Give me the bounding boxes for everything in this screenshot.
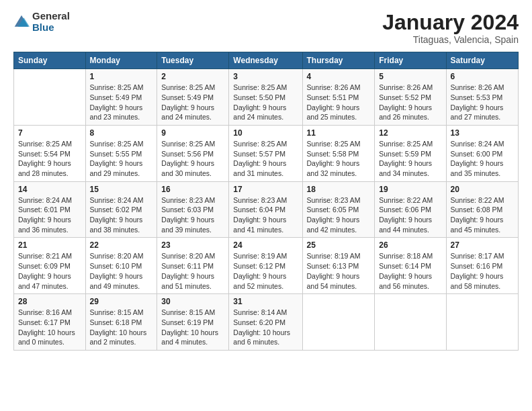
calendar-cell: 28Sunrise: 8:16 AMSunset: 6:17 PMDayligh… [14, 294, 86, 351]
calendar-cell [302, 294, 375, 351]
week-row-2: 7Sunrise: 8:25 AMSunset: 5:54 PMDaylight… [14, 125, 519, 181]
day-number: 2 [161, 72, 224, 81]
cell-text: Sunrise: 8:15 AMSunset: 6:18 PMDaylight:… [90, 308, 153, 347]
day-number: 4 [307, 72, 371, 81]
calendar-cell: 12Sunrise: 8:25 AMSunset: 5:59 PMDayligh… [375, 125, 446, 181]
cell-text: Sunrise: 8:18 AMSunset: 6:14 PMDaylight:… [379, 251, 441, 291]
day-number: 28 [18, 297, 81, 306]
calendar-cell: 22Sunrise: 8:20 AMSunset: 6:10 PMDayligh… [85, 238, 157, 294]
page: General Blue January 2024 Titaguas, Vale… [0, 0, 532, 411]
calendar-cell [446, 294, 518, 351]
cell-text: Sunrise: 8:25 AMSunset: 5:58 PMDaylight:… [307, 139, 371, 179]
calendar-header-row: SundayMondayTuesdayWednesdayThursdayFrid… [14, 52, 519, 69]
cell-text: Sunrise: 8:26 AMSunset: 5:52 PMDaylight:… [379, 83, 441, 122]
cell-text: Sunrise: 8:25 AMSunset: 5:50 PMDaylight:… [233, 83, 298, 122]
day-number: 13 [451, 128, 514, 138]
day-number: 6 [451, 72, 514, 81]
day-number: 25 [307, 240, 371, 250]
cell-text: Sunrise: 8:15 AMSunset: 6:19 PMDaylight:… [161, 308, 224, 347]
week-row-1: 1Sunrise: 8:25 AMSunset: 5:49 PMDaylight… [14, 69, 519, 126]
col-header-thursday: Thursday [302, 52, 375, 69]
day-number: 18 [307, 185, 371, 194]
calendar-cell: 26Sunrise: 8:18 AMSunset: 6:14 PMDayligh… [375, 238, 446, 294]
day-number: 27 [451, 240, 514, 250]
day-number: 23 [161, 240, 224, 250]
calendar-cell: 13Sunrise: 8:24 AMSunset: 6:00 PMDayligh… [446, 125, 518, 181]
day-number: 9 [161, 128, 224, 138]
day-number: 1 [90, 72, 153, 81]
cell-text: Sunrise: 8:24 AMSunset: 6:01 PMDaylight:… [18, 195, 81, 235]
day-number: 31 [233, 297, 298, 306]
cell-text: Sunrise: 8:16 AMSunset: 6:17 PMDaylight:… [18, 308, 81, 347]
day-number: 21 [18, 240, 81, 250]
col-header-tuesday: Tuesday [157, 52, 229, 69]
day-number: 26 [379, 240, 441, 250]
calendar-cell: 9Sunrise: 8:25 AMSunset: 5:56 PMDaylight… [157, 125, 229, 181]
cell-text: Sunrise: 8:19 AMSunset: 6:13 PMDaylight:… [307, 251, 371, 291]
cell-text: Sunrise: 8:25 AMSunset: 5:56 PMDaylight:… [161, 139, 224, 179]
day-number: 19 [379, 185, 441, 194]
col-header-sunday: Sunday [14, 52, 86, 69]
calendar-cell: 19Sunrise: 8:22 AMSunset: 6:06 PMDayligh… [375, 181, 446, 238]
day-number: 7 [18, 128, 81, 138]
calendar-cell: 2Sunrise: 8:25 AMSunset: 5:49 PMDaylight… [157, 69, 229, 126]
calendar-cell: 15Sunrise: 8:24 AMSunset: 6:02 PMDayligh… [85, 181, 157, 238]
week-row-3: 14Sunrise: 8:24 AMSunset: 6:01 PMDayligh… [14, 181, 519, 238]
cell-text: Sunrise: 8:24 AMSunset: 6:02 PMDaylight:… [90, 195, 153, 235]
day-number: 29 [90, 297, 153, 306]
day-number: 5 [379, 72, 441, 81]
cell-text: Sunrise: 8:19 AMSunset: 6:12 PMDaylight:… [233, 251, 298, 291]
calendar-cell [375, 294, 446, 351]
col-header-friday: Friday [375, 52, 446, 69]
cell-text: Sunrise: 8:22 AMSunset: 6:06 PMDaylight:… [379, 195, 441, 235]
cell-text: Sunrise: 8:26 AMSunset: 5:53 PMDaylight:… [451, 83, 514, 122]
cell-text: Sunrise: 8:20 AMSunset: 6:10 PMDaylight:… [90, 251, 153, 291]
calendar-cell: 31Sunrise: 8:14 AMSunset: 6:20 PMDayligh… [229, 294, 302, 351]
day-number: 24 [233, 240, 298, 250]
cell-text: Sunrise: 8:25 AMSunset: 5:57 PMDaylight:… [233, 139, 298, 179]
cell-text: Sunrise: 8:25 AMSunset: 5:59 PMDaylight:… [379, 139, 441, 179]
logo-blue: Blue [32, 22, 70, 34]
day-number: 10 [233, 128, 298, 138]
calendar-cell: 6Sunrise: 8:26 AMSunset: 5:53 PMDaylight… [446, 69, 518, 126]
day-number: 22 [90, 240, 153, 250]
calendar-cell: 7Sunrise: 8:25 AMSunset: 5:54 PMDaylight… [14, 125, 86, 181]
col-header-monday: Monday [85, 52, 157, 69]
day-number: 17 [233, 185, 298, 194]
day-number: 15 [90, 185, 153, 194]
calendar-cell: 27Sunrise: 8:17 AMSunset: 6:16 PMDayligh… [446, 238, 518, 294]
calendar-cell: 1Sunrise: 8:25 AMSunset: 5:49 PMDaylight… [85, 69, 157, 126]
day-number: 12 [379, 128, 441, 138]
subtitle: Titaguas, Valencia, Spain [382, 34, 519, 45]
logo: General Blue [13, 11, 70, 33]
calendar-cell [14, 69, 86, 126]
day-number: 20 [451, 185, 514, 194]
calendar-cell: 25Sunrise: 8:19 AMSunset: 6:13 PMDayligh… [302, 238, 375, 294]
cell-text: Sunrise: 8:23 AMSunset: 6:04 PMDaylight:… [233, 195, 298, 235]
main-title: January 2024 [382, 11, 519, 34]
calendar-cell: 16Sunrise: 8:23 AMSunset: 6:03 PMDayligh… [157, 181, 229, 238]
col-header-saturday: Saturday [446, 52, 518, 69]
col-header-wednesday: Wednesday [229, 52, 302, 69]
cell-text: Sunrise: 8:23 AMSunset: 6:03 PMDaylight:… [161, 195, 224, 235]
cell-text: Sunrise: 8:25 AMSunset: 5:55 PMDaylight:… [90, 139, 153, 179]
cell-text: Sunrise: 8:26 AMSunset: 5:51 PMDaylight:… [307, 83, 371, 122]
calendar-cell: 21Sunrise: 8:21 AMSunset: 6:09 PMDayligh… [14, 238, 86, 294]
calendar-cell: 5Sunrise: 8:26 AMSunset: 5:52 PMDaylight… [375, 69, 446, 126]
day-number: 30 [161, 297, 224, 306]
calendar-cell: 20Sunrise: 8:22 AMSunset: 6:08 PMDayligh… [446, 181, 518, 238]
calendar-cell: 23Sunrise: 8:20 AMSunset: 6:11 PMDayligh… [157, 238, 229, 294]
cell-text: Sunrise: 8:21 AMSunset: 6:09 PMDaylight:… [18, 251, 81, 291]
logo-icon [13, 14, 30, 30]
logo-text: General Blue [32, 11, 70, 33]
day-number: 14 [18, 185, 81, 194]
calendar-cell: 11Sunrise: 8:25 AMSunset: 5:58 PMDayligh… [302, 125, 375, 181]
week-row-4: 21Sunrise: 8:21 AMSunset: 6:09 PMDayligh… [14, 238, 519, 294]
calendar-cell: 17Sunrise: 8:23 AMSunset: 6:04 PMDayligh… [229, 181, 302, 238]
calendar-cell: 30Sunrise: 8:15 AMSunset: 6:19 PMDayligh… [157, 294, 229, 351]
title-block: January 2024 Titaguas, Valencia, Spain [382, 11, 519, 45]
day-number: 8 [90, 128, 153, 138]
calendar-cell: 8Sunrise: 8:25 AMSunset: 5:55 PMDaylight… [85, 125, 157, 181]
cell-text: Sunrise: 8:24 AMSunset: 6:00 PMDaylight:… [451, 139, 514, 179]
week-row-5: 28Sunrise: 8:16 AMSunset: 6:17 PMDayligh… [14, 294, 519, 351]
